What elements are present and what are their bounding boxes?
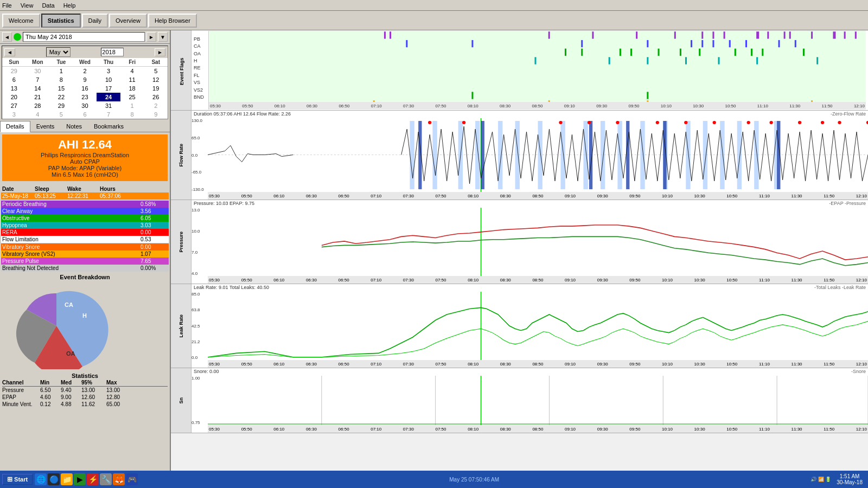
flag-label-fl: FL [194,73,208,78]
snore-chart [208,376,868,425]
cal-day[interactable]: 20 [2,93,26,101]
cal-month-select[interactable]: May [46,47,71,57]
menu-data[interactable]: Data [42,2,54,9]
cal-year-input[interactable] [101,48,124,56]
event-row-labels: PB CA OA H RE FL VS VS2 BND [194,31,209,110]
panel-content[interactable]: AHI 12.64 Philips Respironics DreamStati… [0,132,170,472]
stat-hdr-channel: Channel [2,380,40,386]
cal-day[interactable]: 1 [49,67,73,75]
menu-help[interactable]: Help [63,2,76,9]
svg-point-84 [462,121,465,124]
session-stats: Date Sleep Wake Hours 25-May-18 05:13:25… [0,185,170,200]
taskbar-icon-app3[interactable]: 🎮 [126,473,138,485]
stat-mv-max: 65.00 [106,401,131,407]
cal-day[interactable]: 6 [2,75,26,84]
session-wake: 12:22:31 [67,193,100,199]
cal-day[interactable]: 18 [120,84,144,93]
taskbar-icon-ie[interactable]: 🌐 [35,473,47,485]
taskbar-icon-media[interactable]: ▶ [74,473,86,485]
flow-rate-svg [208,118,868,192]
tab-daily[interactable]: Daily [82,14,108,28]
flow-rate-chart [208,118,868,192]
cal-day[interactable]: 10 [97,75,120,84]
cal-day[interactable]: 16 [73,84,97,93]
event-vibsnore-name: Vibratory Snore [2,244,141,250]
cal-day[interactable]: 7 [26,75,50,84]
cal-day[interactable]: 1 [120,101,144,110]
calendar-btn[interactable]: ▼ [158,32,168,42]
tab-notes[interactable]: Notes [60,121,88,132]
cal-day[interactable]: 29 [2,67,26,75]
svg-rect-8 [674,31,676,38]
svg-rect-45 [685,57,687,64]
tab-help-browser[interactable]: Help Browser [148,14,197,28]
cal-day[interactable]: 13 [2,84,26,93]
cal-day[interactable]: 8 [49,75,73,84]
statistics-section: Statistics Channel Min Med 95% Max Press… [0,371,170,409]
cal-day[interactable]: 19 [144,84,168,93]
cal-day[interactable]: 8 [120,110,144,119]
cal-day[interactable]: 5 [144,67,168,75]
tab-overview[interactable]: Overview [109,14,147,28]
cal-day[interactable]: 23 [73,93,97,101]
svg-point-87 [616,121,619,124]
taskbar-icon-app1[interactable]: ⚡ [87,473,99,485]
cal-day[interactable]: 11 [120,75,144,84]
svg-rect-46 [718,57,720,64]
cal-day[interactable]: 2 [73,67,97,75]
svg-rect-64 [538,121,542,189]
cal-day[interactable]: 9 [144,110,168,119]
svg-rect-41 [803,49,805,56]
cal-prev[interactable]: ◄ [4,48,15,56]
stat-pressure-max: 13.00 [106,387,131,393]
snore-body: Snore: 0.00 -Snore 1.00 0.75 [192,368,868,433]
tab-events[interactable]: Events [30,121,61,132]
cal-day[interactable]: 17 [97,84,120,93]
tab-statistics[interactable]: Statistics [41,14,81,28]
cal-day[interactable]: 5 [49,110,73,119]
cal-day[interactable]: 4 [120,67,144,75]
leak-title-right: -Total Leaks -Leak Rate [814,285,866,290]
taskbar-icon-firefox[interactable]: 🦊 [113,473,125,485]
svg-rect-75 [754,121,758,189]
cal-day[interactable]: 30 [73,101,97,110]
cal-day[interactable]: 6 [73,110,97,119]
date-input[interactable] [23,32,145,42]
cal-day[interactable]: 14 [26,84,50,93]
cal-day[interactable]: 26 [144,93,168,101]
tab-bookmarks[interactable]: Bookmarks [88,121,130,132]
cal-day[interactable]: 21 [26,93,50,101]
cal-day[interactable]: 7 [97,110,120,119]
cal-day[interactable]: 29 [49,101,73,110]
forward-btn[interactable]: ► [146,32,156,42]
cal-day-today[interactable]: 24 [97,93,120,101]
start-button[interactable]: ⊞ Start [2,474,33,485]
cal-day[interactable]: 2 [144,101,168,110]
cal-day[interactable]: 28 [26,101,50,110]
cal-day[interactable]: 22 [49,93,73,101]
svg-rect-40 [762,49,763,56]
cal-day[interactable]: 25 [120,93,144,101]
event-flags-svg [209,31,866,110]
cal-hdr-wed: Wed [73,58,97,67]
cal-day[interactable]: 9 [73,75,97,84]
menu-view[interactable]: View [21,2,34,9]
cal-day[interactable]: 3 [2,110,26,119]
cal-day[interactable]: 15 [49,84,73,93]
cal-day[interactable]: 12 [144,75,168,84]
cal-day[interactable]: 4 [26,110,50,119]
taskbar-icon-chrome[interactable]: 🔵 [48,473,60,485]
taskbar-icon-folder[interactable]: 📁 [61,473,73,485]
tab-welcome[interactable]: Welcome [2,14,40,28]
tab-details[interactable]: Details [0,121,30,132]
cal-day[interactable]: 31 [97,101,120,110]
taskbar-icon-app2[interactable]: 🔧 [100,473,112,485]
back-btn[interactable]: ◄ [2,32,12,42]
cal-hdr-tue: Tue [49,58,73,67]
cal-day[interactable]: 3 [97,67,120,75]
svg-rect-22 [581,40,583,47]
cal-next[interactable]: ► [155,48,165,56]
cal-day[interactable]: 27 [2,101,26,110]
menu-file[interactable]: File [2,2,12,9]
cal-day[interactable]: 30 [26,67,50,75]
